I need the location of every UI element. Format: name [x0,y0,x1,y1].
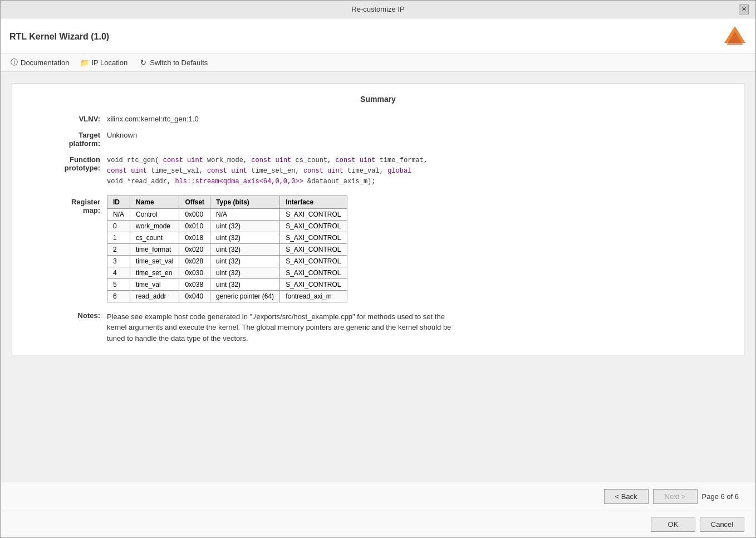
table-cell: time_format [130,243,179,255]
action-footer: OK Cancel [1,511,755,537]
register-map-row: Register map: ID Name Offset Type (bits)… [29,195,727,302]
fp-line1: void rtc_gen( const uint work_mode, cons… [107,155,428,166]
table-row: 6read_addr0x040generic pointer (64)fontr… [107,290,347,302]
table-cell: cs_count [130,232,179,243]
target-platform-value: Unknown [107,131,137,139]
table-row: 5time_val0x038uint (32)S_AXI_CONTROL [107,278,347,290]
table-cell: 4 [107,267,130,278]
summary-panel: Summary VLNV: xilinx.com:kernel:rtc_gen:… [12,83,744,355]
table-cell: work_mode [130,220,179,232]
table-cell: Control [130,208,179,220]
col-type: Type (bits) [210,195,280,208]
table-cell: uint (32) [210,278,280,290]
table-cell: N/A [210,208,280,220]
table-cell: uint (32) [210,232,280,243]
wizard-title: RTL Kernel Wizard (1.0) [9,32,109,42]
table-row: 2time_format0x020uint (32)S_AXI_CONTROL [107,243,347,255]
table-cell: S_AXI_CONTROL [280,232,347,243]
page-info: Page 6 of 6 [702,492,739,501]
switch-defaults-button[interactable]: ↻ Switch to Defaults [139,58,208,67]
table-cell: uint (32) [210,243,280,255]
table-cell: 3 [107,255,130,267]
table-cell: uint (32) [210,255,280,267]
ip-location-button[interactable]: 📁 IP Location [80,58,127,67]
notes-row: Notes: Please see example host code gene… [29,311,727,344]
ip-location-label: IP Location [91,58,127,67]
fp-line2: const uint time_set_val, const uint time… [107,166,428,177]
function-prototype-row: Function prototype: void rtc_gen( const … [29,155,727,188]
documentation-button[interactable]: ⓘ Documentation [9,58,69,67]
table-cell: S_AXI_CONTROL [280,255,347,267]
table-cell: time_val [130,278,179,290]
table-row: 3time_set_val0x028uint (32)S_AXI_CONTROL [107,255,347,267]
table-cell: time_set_val [130,255,179,267]
table-cell: fontread_axi_m [280,290,347,302]
close-button[interactable]: ✕ [739,4,749,14]
table-cell: 1 [107,232,130,243]
table-cell: 0x020 [179,243,210,255]
xilinx-logo [723,25,747,48]
fp-line3: void *read_addr, hls::stream<qdma_axis<6… [107,177,428,187]
vlnv-row: VLNV: xilinx.com:kernel:rtc_gen:1.0 [29,115,727,123]
table-cell: S_AXI_CONTROL [280,220,347,232]
table-cell: 0x010 [179,220,210,232]
cancel-button[interactable]: Cancel [700,517,744,532]
main-window: Re-customize IP ✕ RTL Kernel Wizard (1.0… [0,0,756,538]
table-cell: 0x028 [179,255,210,267]
refresh-icon: ↻ [139,58,148,67]
notes-value: Please see example host code generated i… [107,311,463,344]
window-title: Re-customize IP [17,5,739,13]
vlnv-value: xilinx.com:kernel:rtc_gen:1.0 [107,115,199,123]
register-map-label: Register map: [29,195,107,214]
col-interface: Interface [280,195,347,208]
table-row: N/AControl0x000N/AS_AXI_CONTROL [107,208,347,220]
title-bar: Re-customize IP ✕ [1,1,755,18]
main-content: Summary VLNV: xilinx.com:kernel:rtc_gen:… [1,72,755,482]
table-cell: 2 [107,243,130,255]
table-cell: 0x030 [179,267,210,278]
navigation-footer: < Back Next > Page 6 of 6 [1,482,755,511]
function-prototype-label: Function prototype: [29,155,107,172]
register-map-table: ID Name Offset Type (bits) Interface N/A… [107,195,347,302]
ok-button[interactable]: OK [651,517,695,532]
notes-label: Notes: [29,311,107,320]
wizard-header: RTL Kernel Wizard (1.0) [1,18,755,53]
table-cell: S_AXI_CONTROL [280,208,347,220]
toolbar: ⓘ Documentation 📁 IP Location ↻ Switch t… [1,53,755,72]
table-cell: uint (32) [210,220,280,232]
table-row: 4time_set_en0x030uint (32)S_AXI_CONTROL [107,267,347,278]
vlnv-label: VLNV: [29,115,107,123]
table-cell: 5 [107,278,130,290]
table-cell: 0x018 [179,232,210,243]
col-id: ID [107,195,130,208]
table-cell: read_addr [130,290,179,302]
table-row: 1cs_count0x018uint (32)S_AXI_CONTROL [107,232,347,243]
table-cell: uint (32) [210,267,280,278]
table-cell: N/A [107,208,130,220]
table-cell: S_AXI_CONTROL [280,243,347,255]
target-platform-row: Target platform: Unknown [29,131,727,148]
table-cell: 0x038 [179,278,210,290]
table-cell: S_AXI_CONTROL [280,267,347,278]
table-cell: 0x040 [179,290,210,302]
info-icon: ⓘ [9,58,18,67]
documentation-label: Documentation [21,58,69,67]
folder-icon: 📁 [80,58,89,67]
xilinx-logo-svg [723,25,747,48]
col-offset: Offset [179,195,210,208]
table-cell: generic pointer (64) [210,290,280,302]
table-cell: 6 [107,290,130,302]
table-cell: 0 [107,220,130,232]
table-row: 0work_mode0x010uint (32)S_AXI_CONTROL [107,220,347,232]
switch-defaults-label: Switch to Defaults [150,58,208,67]
table-cell: 0x000 [179,208,210,220]
table-cell: time_set_en [130,267,179,278]
target-platform-label: Target platform: [29,131,107,148]
next-button[interactable]: Next > [653,489,698,504]
back-button[interactable]: < Back [604,489,649,504]
col-name: Name [130,195,179,208]
function-prototype-value: void rtc_gen( const uint work_mode, cons… [107,155,428,188]
table-cell: S_AXI_CONTROL [280,278,347,290]
summary-title: Summary [29,95,727,104]
